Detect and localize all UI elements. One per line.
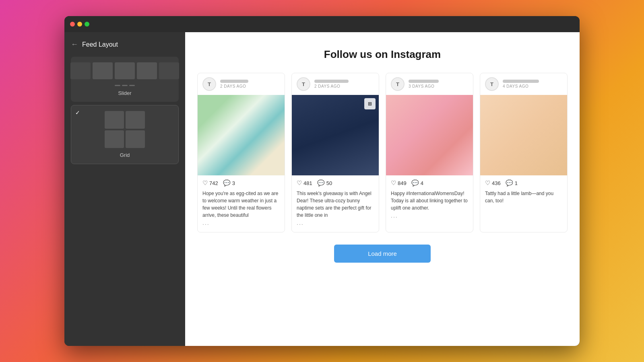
avatar-3: T — [391, 77, 405, 91]
sidebar: ← Feed Layout — [64, 32, 185, 346]
grid-thumb-1 — [105, 111, 124, 129]
comment-icon-2: 💬 — [317, 179, 325, 187]
ellipsis-3: ... — [391, 212, 468, 220]
post-card-4: T 4 DAYS AGO ♡ 436 💬 — [480, 73, 568, 232]
post-meta-1: 2 DAYS AGO — [220, 80, 248, 88]
grid-label: Grid — [120, 152, 130, 158]
main-content: Follow us on Instagram T 2 DAYS AGO — [185, 32, 580, 346]
likes-1: ♡ 742 — [202, 179, 218, 187]
grid-thumb-4 — [126, 130, 145, 148]
post-text-2: This week's giveaway is with Angel Dear!… — [292, 190, 379, 232]
post-header-2: T 2 DAYS AGO — [292, 73, 379, 95]
slider-preview — [70, 62, 179, 79]
post-meta-2: 2 DAYS AGO — [314, 80, 349, 88]
back-button[interactable]: ← — [71, 40, 78, 49]
comment-count-2: 50 — [326, 180, 332, 186]
like-count-4: 436 — [492, 180, 501, 186]
post-card-3: T 3 DAYS AGO ♡ 849 💬 — [386, 73, 473, 232]
slider-thumb-5 — [159, 62, 179, 79]
ellipsis-2: ... — [297, 219, 374, 227]
post-card-1: T 2 DAYS AGO ♡ 742 💬 — [197, 73, 285, 232]
slider-dot-3 — [129, 85, 135, 86]
grid-thumb-2 — [126, 111, 145, 129]
comments-4: 💬 1 — [506, 179, 518, 187]
ellipsis-1: ... — [202, 219, 280, 227]
post-image-3 — [386, 95, 473, 175]
time-ago-4: 4 DAYS AGO — [503, 84, 539, 88]
post-text-3: Happy #InternationalWomensDay! Today is … — [386, 190, 473, 225]
sidebar-header: ← Feed Layout — [71, 39, 179, 50]
heart-icon-2: ♡ — [297, 179, 302, 187]
layout-option-slider[interactable]: Slider — [71, 57, 179, 102]
likes-2: ♡ 481 — [297, 179, 312, 187]
post-text-content-2: This week's giveaway is with Angel Dear!… — [297, 190, 374, 219]
selected-checkmark: ✓ — [75, 109, 80, 116]
time-ago-3: 3 DAYS AGO — [409, 84, 439, 88]
comments-3: 💬 4 — [411, 179, 423, 187]
post-text-content-3: Happy #InternationalWomensDay! Today is … — [391, 190, 468, 212]
comment-count-3: 4 — [421, 180, 423, 186]
post-image-2: ⊞ — [292, 95, 379, 175]
sidebar-title: Feed Layout — [82, 41, 118, 48]
post-stats-1: ♡ 742 💬 3 — [198, 175, 285, 190]
heart-icon-4: ♡ — [485, 179, 490, 187]
heart-icon-1: ♡ — [202, 179, 208, 187]
feed-title: Follow us on Instagram — [324, 48, 441, 61]
load-more-button[interactable]: Load more — [334, 245, 431, 263]
minimize-button[interactable] — [77, 22, 82, 27]
time-ago-1: 2 DAYS AGO — [220, 84, 248, 88]
comment-icon-1: 💬 — [223, 179, 231, 187]
post-text-4: Tattly had a little lamb—and you can, to… — [480, 190, 567, 209]
post-stats-4: ♡ 436 💬 1 — [480, 175, 567, 190]
time-ago-2: 2 DAYS AGO — [314, 84, 349, 88]
username-placeholder-3 — [409, 80, 439, 83]
post-header-4: T 4 DAYS AGO — [480, 73, 567, 95]
post-stats-3: ♡ 849 💬 4 — [386, 175, 473, 190]
post-meta-4: 4 DAYS AGO — [503, 80, 539, 88]
posts-grid: T 2 DAYS AGO ♡ 742 💬 — [197, 73, 568, 232]
avatar-1: T — [202, 77, 216, 91]
slider-dot-1 — [115, 85, 120, 86]
like-count-3: 849 — [398, 180, 407, 186]
slider-thumb-4 — [137, 62, 157, 79]
comment-icon-3: 💬 — [411, 179, 419, 187]
avatar-2: T — [297, 77, 310, 91]
slider-dots — [115, 85, 135, 86]
post-card-2: T 2 DAYS AGO ⊞ ♡ 481 — [291, 73, 379, 232]
app-window: ← Feed Layout — [64, 16, 580, 346]
comment-count-1: 3 — [232, 180, 235, 186]
slider-thumb-3 — [115, 62, 135, 79]
traffic-lights — [70, 22, 89, 27]
comment-icon-4: 💬 — [506, 179, 513, 187]
post-image-4 — [480, 95, 567, 175]
post-text-content-4: Tattly had a little lamb—and you can, to… — [485, 190, 562, 204]
post-header-3: T 3 DAYS AGO — [386, 73, 473, 95]
heart-icon-3: ♡ — [391, 179, 396, 187]
like-count-1: 742 — [209, 180, 218, 186]
image-overlay-icon-2: ⊞ — [364, 98, 376, 109]
post-image-1 — [198, 95, 285, 175]
likes-4: ♡ 436 — [485, 179, 501, 187]
layout-options: Slider ✓ Grid — [71, 57, 179, 164]
post-stats-2: ♡ 481 💬 50 — [292, 175, 379, 190]
comments-1: 💬 3 — [223, 179, 235, 187]
layout-option-grid[interactable]: ✓ Grid — [71, 105, 179, 164]
username-placeholder-4 — [503, 80, 539, 83]
likes-3: ♡ 849 — [391, 179, 407, 187]
avatar-4: T — [485, 77, 499, 91]
comment-count-4: 1 — [515, 180, 518, 186]
post-text-1: Hope you're as egg-cited as we are to we… — [198, 190, 285, 232]
like-count-2: 481 — [303, 180, 312, 186]
post-header-1: T 2 DAYS AGO — [198, 73, 285, 95]
window-body: ← Feed Layout — [64, 32, 580, 346]
maximize-button[interactable] — [85, 22, 89, 27]
post-meta-3: 3 DAYS AGO — [409, 80, 439, 88]
username-placeholder-1 — [220, 80, 248, 83]
post-text-content-1: Hope you're as egg-cited as we are to we… — [202, 190, 280, 219]
username-placeholder-2 — [314, 80, 349, 83]
slider-thumb-2 — [93, 62, 113, 79]
grid-preview — [105, 111, 145, 148]
grid-thumb-3 — [105, 130, 124, 148]
close-button[interactable] — [70, 22, 75, 27]
titlebar — [64, 16, 580, 32]
